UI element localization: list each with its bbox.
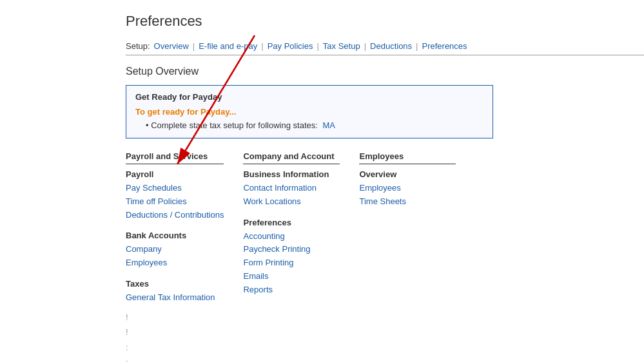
alert-header: Get Ready for Payday [135,92,483,102]
nav-sep-5: | [416,41,418,51]
link-time-off[interactable]: Time off Policies [126,195,224,209]
link-general-tax[interactable]: General Tax Information [126,291,224,305]
nav-preferences[interactable]: Preferences [422,41,467,51]
column-company-account: Company and Account Business Information… [243,151,340,362]
subheader-payroll: Payroll [126,169,224,179]
setup-label: Setup: [126,41,150,51]
subsection-taxes: Taxes General Tax Information !!:::: :::… [126,279,224,362]
subsection-payroll: Payroll Pay Schedules Time off Policies … [126,169,224,222]
state-link-ma[interactable]: MA [322,120,335,130]
link-time-sheets[interactable]: Time Sheets [359,195,456,209]
nav-deductions[interactable]: Deductions [370,41,412,51]
link-employees-bank[interactable]: Employees [126,256,224,270]
nav-sep-3: | [317,41,318,51]
link-emails[interactable]: Emails [243,270,340,283]
link-contact-info[interactable]: Contact Information [243,182,340,195]
link-company[interactable]: Company [126,243,224,256]
page-title: Preferences [126,13,644,30]
section-title: Setup Overview [126,66,644,77]
alert-link[interactable]: To get ready for Payday... [135,107,483,117]
link-reports[interactable]: Reports [243,283,340,297]
nav-sep-2: | [261,41,263,51]
subheader-employees-overview: Overview [359,169,456,179]
subheader-bank: Bank Accounts [126,231,224,240]
alert-bullet: Complete state tax setup for following s… [135,120,483,130]
nav-tax-setup[interactable]: Tax Setup [323,41,360,51]
subsection-employees-overview: Overview Employees Time Sheets [359,169,456,209]
column-employees: Employees Overview Employees Time Sheets [359,151,456,362]
col-header-employees: Employees [359,151,456,164]
col-header-company: Company and Account [243,151,340,164]
alert-box: Get Ready for Payday To get ready for Pa… [126,85,493,138]
dotted-lines: !!:::: :::!!| || [126,310,224,362]
subheader-business: Business Information [243,169,340,179]
subheader-preferences: Preferences [243,218,340,227]
link-employees[interactable]: Employees [359,182,456,195]
columns-wrapper: Payroll and Services Payroll Pay Schedul… [126,151,644,362]
link-form-printing[interactable]: Form Printing [243,256,340,270]
col-header-payroll: Payroll and Services [126,151,224,164]
link-accounting[interactable]: Accounting [243,230,340,243]
link-pay-schedules[interactable]: Pay Schedules [126,182,224,195]
subsection-bank-accounts: Bank Accounts Company Employees [126,231,224,270]
subsection-business-info: Business Information Contact Information… [243,169,340,209]
nav-sep-4: | [364,41,366,51]
link-deductions-contributions[interactable]: Deductions / Contributions [126,209,224,222]
nav-efile[interactable]: E-file and e-pay [199,41,257,51]
nav-sep-1: | [193,41,195,51]
subheader-taxes: Taxes [126,279,224,289]
nav-pay-policies[interactable]: Pay Policies [268,41,313,51]
link-paycheck-printing[interactable]: Paycheck Printing [243,243,340,256]
setup-nav: Setup: Overview | E-file and e-pay | Pay… [126,41,644,55]
column-payroll-services: Payroll and Services Payroll Pay Schedul… [126,151,224,362]
link-work-locations[interactable]: Work Locations [243,195,340,209]
nav-overview[interactable]: Overview [154,41,189,51]
subsection-preferences: Preferences Accounting Paycheck Printing… [243,218,340,297]
